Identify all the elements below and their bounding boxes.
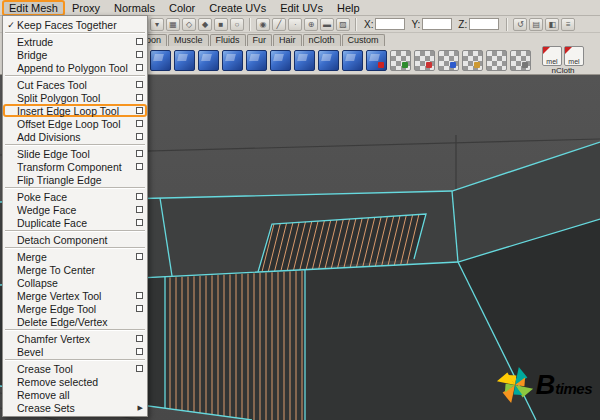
coord-input-x[interactable] <box>375 18 405 30</box>
ncloth-shelf-icon-1[interactable] <box>150 50 171 71</box>
mel-script-icon-1[interactable]: mel <box>542 46 562 66</box>
select-hierarchy-icon[interactable]: ▾ <box>150 18 164 31</box>
shelf-tab-ncloth[interactable]: nCloth <box>303 34 341 46</box>
construction-history-icon[interactable]: ↺ <box>513 18 527 31</box>
menu-item-collapse[interactable]: Collapse <box>3 276 147 289</box>
lock-selection-icon[interactable]: ■ <box>214 18 228 31</box>
option-box-icon[interactable] <box>136 163 143 170</box>
ncloth-shelf-icon-5[interactable] <box>246 50 267 71</box>
menu-item-add-divisions[interactable]: Add Divisions <box>3 130 147 143</box>
texture-checker-icon-5[interactable] <box>486 50 507 71</box>
option-box-icon[interactable] <box>136 38 143 45</box>
menubar-item-color[interactable]: Color <box>162 1 202 15</box>
ncloth-shelf-icon-10[interactable] <box>366 50 387 71</box>
option-box-icon[interactable] <box>136 292 143 299</box>
texture-checker-icon-1[interactable] <box>390 50 411 71</box>
option-box-icon[interactable] <box>136 120 143 127</box>
menu-item-label: Wedge Face <box>17 204 136 216</box>
select-component-icon[interactable]: ◇ <box>182 18 196 31</box>
option-box-icon[interactable] <box>136 335 143 342</box>
select-mask-icon[interactable]: ◆ <box>198 18 212 31</box>
menubar-item-help[interactable]: Help <box>330 1 367 15</box>
ncloth-shelf-icon-2[interactable] <box>174 50 195 71</box>
menu-item-merge-edge-tool[interactable]: Merge Edge Tool <box>3 302 147 315</box>
menu-item-slide-edge-tool[interactable]: Slide Edge Tool <box>3 147 147 160</box>
snap-curve-icon[interactable]: ╱ <box>272 18 286 31</box>
menu-item-split-polygon-tool[interactable]: Split Polygon Tool <box>3 91 147 104</box>
option-box-icon[interactable] <box>136 253 143 260</box>
option-box-icon[interactable] <box>136 150 143 157</box>
menubar-item-proxy[interactable]: Proxy <box>65 1 107 15</box>
highlight-selection-icon[interactable]: ○ <box>230 18 244 31</box>
snap-point-icon[interactable]: ∙ <box>288 18 302 31</box>
snap-view-plane-icon[interactable]: ▬ <box>320 18 334 31</box>
menu-item-remove-all[interactable]: Remove all <box>3 388 147 401</box>
shelf-tab-fluids[interactable]: Fluids <box>210 34 246 46</box>
menu-item-merge[interactable]: Merge <box>3 250 147 263</box>
option-box-icon[interactable] <box>136 348 143 355</box>
menu-item-merge-vertex-tool[interactable]: Merge Vertex Tool <box>3 289 147 302</box>
menu-item-bevel[interactable]: Bevel <box>3 345 147 358</box>
menubar-item-edit-uvs[interactable]: Edit UVs <box>273 1 330 15</box>
option-box-icon[interactable] <box>136 51 143 58</box>
render-settings-icon[interactable]: ≡ <box>561 18 575 31</box>
option-box-icon[interactable] <box>136 94 143 101</box>
shelf-tab-hair[interactable]: Hair <box>273 34 302 46</box>
coord-input-z[interactable] <box>469 18 499 30</box>
option-box-icon[interactable] <box>136 133 143 140</box>
option-box-icon[interactable] <box>136 365 143 372</box>
menu-item-duplicate-face[interactable]: Duplicate Face <box>3 216 147 229</box>
render-view-icon[interactable]: ▤ <box>529 18 543 31</box>
ncloth-shelf-icon-6[interactable] <box>270 50 291 71</box>
coord-field-x: X: <box>364 18 405 30</box>
menu-item-chamfer-vertex[interactable]: Chamfer Vertex <box>3 332 147 345</box>
ncloth-shelf-icon-8[interactable] <box>318 50 339 71</box>
menu-item-crease-sets[interactable]: Crease Sets▶ <box>3 401 147 414</box>
menu-item-keep-faces-together[interactable]: ✓Keep Faces Together <box>3 18 147 31</box>
option-box-icon[interactable] <box>136 81 143 88</box>
option-box-icon[interactable] <box>136 305 143 312</box>
option-box-icon[interactable] <box>136 64 143 71</box>
menu-item-transform-component[interactable]: Transform Component <box>3 160 147 173</box>
menu-item-insert-edge-loop-tool[interactable]: Insert Edge Loop Tool <box>3 104 147 117</box>
texture-checker-icon-3[interactable] <box>438 50 459 71</box>
snap-projected-center-icon[interactable]: ⊕ <box>304 18 318 31</box>
ncloth-shelf-icon-7[interactable] <box>294 50 315 71</box>
menu-item-detach-component[interactable]: Detach Component <box>3 233 147 246</box>
snap-grid-icon[interactable]: ◉ <box>256 18 270 31</box>
menu-item-remove-selected[interactable]: Remove selected <box>3 375 147 388</box>
shelf-tab-custom[interactable]: Custom <box>342 34 385 46</box>
menubar-item-normals[interactable]: Normals <box>107 1 162 15</box>
menu-item-extrude[interactable]: Extrude <box>3 35 147 48</box>
option-box-icon[interactable] <box>136 219 143 226</box>
menubar-item-edit-mesh[interactable]: Edit Mesh <box>2 0 65 16</box>
ncloth-shelf-icon-3[interactable] <box>198 50 219 71</box>
texture-checker-icon-6[interactable] <box>510 50 531 71</box>
menu-item-append-to-polygon-tool[interactable]: Append to Polygon Tool <box>3 61 147 74</box>
ipr-render-icon[interactable]: ◧ <box>545 18 559 31</box>
shelf-tab-muscle[interactable]: Muscle <box>168 34 209 46</box>
menu-item-wedge-face[interactable]: Wedge Face <box>3 203 147 216</box>
menu-item-flip-triangle-edge[interactable]: Flip Triangle Edge <box>3 173 147 186</box>
ncloth-shelf-icon-4[interactable] <box>222 50 243 71</box>
texture-checker-icon-2[interactable] <box>414 50 435 71</box>
option-box-icon[interactable] <box>136 107 143 114</box>
menu-item-delete-edge-vertex[interactable]: Delete Edge/Vertex <box>3 315 147 328</box>
option-box-icon[interactable] <box>136 193 143 200</box>
select-object-icon[interactable]: ▦ <box>166 18 180 31</box>
menu-item-merge-to-center[interactable]: Merge To Center <box>3 263 147 276</box>
make-live-icon[interactable]: ▨ <box>336 18 350 31</box>
shelf-tab-fur[interactable]: Fur <box>247 34 273 46</box>
texture-checker-icon-4[interactable] <box>462 50 483 71</box>
ncloth-shelf-icon-9[interactable] <box>342 50 363 71</box>
option-box-icon[interactable] <box>136 206 143 213</box>
coord-input-y[interactable] <box>422 18 452 30</box>
mel-script-icon-2[interactable]: mel <box>564 46 584 66</box>
menu-item-label: Bevel <box>17 346 136 358</box>
menu-item-offset-edge-loop-tool[interactable]: Offset Edge Loop Tool <box>3 117 147 130</box>
menu-item-bridge[interactable]: Bridge <box>3 48 147 61</box>
menu-item-poke-face[interactable]: Poke Face <box>3 190 147 203</box>
menu-item-cut-faces-tool[interactable]: Cut Faces Tool <box>3 78 147 91</box>
menubar-item-create-uvs[interactable]: Create UVs <box>202 1 273 15</box>
menu-item-crease-tool[interactable]: Crease Tool <box>3 362 147 375</box>
